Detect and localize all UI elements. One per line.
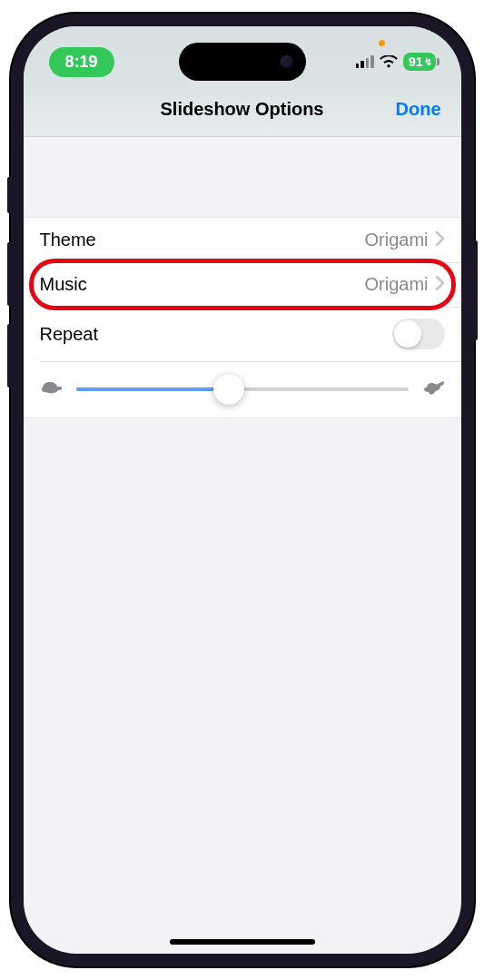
slider-thumb[interactable] — [213, 374, 244, 405]
speed-slider[interactable] — [76, 387, 409, 391]
music-label: Music — [40, 274, 87, 295]
page-title: Slideshow Options — [160, 99, 323, 120]
charging-bolt-icon: ↯ — [424, 56, 432, 68]
rabbit-icon — [421, 377, 445, 401]
screen: 8:19 91↯ Slideshow Options Done — [24, 26, 461, 954]
content-area: Theme Origami Music Origami — [24, 137, 461, 418]
theme-row[interactable]: Theme Origami — [24, 218, 461, 262]
recording-indicator-dot — [379, 40, 385, 46]
done-button[interactable]: Done — [396, 99, 441, 120]
theme-value: Origami — [364, 230, 428, 250]
theme-label: Theme — [40, 230, 96, 250]
slider-fill — [76, 387, 229, 391]
music-row[interactable]: Music Origami — [24, 262, 461, 307]
status-icons-right: 91↯ — [356, 53, 436, 71]
chevron-right-icon — [436, 231, 445, 250]
phone-frame: 8:19 91↯ Slideshow Options Done — [11, 14, 474, 966]
side-buttons-right — [474, 240, 478, 358]
turtle-icon — [40, 377, 64, 401]
repeat-row: Repeat — [24, 307, 461, 361]
front-camera-icon — [281, 55, 293, 68]
toggle-knob — [394, 320, 421, 348]
dynamic-island — [179, 43, 306, 81]
chevron-right-icon — [436, 276, 445, 294]
repeat-label: Repeat — [40, 324, 99, 345]
battery-indicator: 91↯ — [403, 53, 436, 71]
home-indicator[interactable] — [170, 939, 315, 945]
battery-level: 91 — [409, 54, 423, 69]
speed-slider-row — [24, 361, 461, 417]
status-time[interactable]: 8:19 — [49, 47, 114, 77]
options-list: Theme Origami Music Origami — [24, 217, 461, 418]
wifi-icon — [380, 55, 398, 68]
music-value: Origami — [364, 274, 428, 295]
repeat-toggle[interactable] — [392, 318, 445, 349]
nav-header: Slideshow Options Done — [24, 83, 461, 137]
side-buttons-left — [7, 177, 11, 406]
cellular-signal-icon — [356, 55, 374, 68]
